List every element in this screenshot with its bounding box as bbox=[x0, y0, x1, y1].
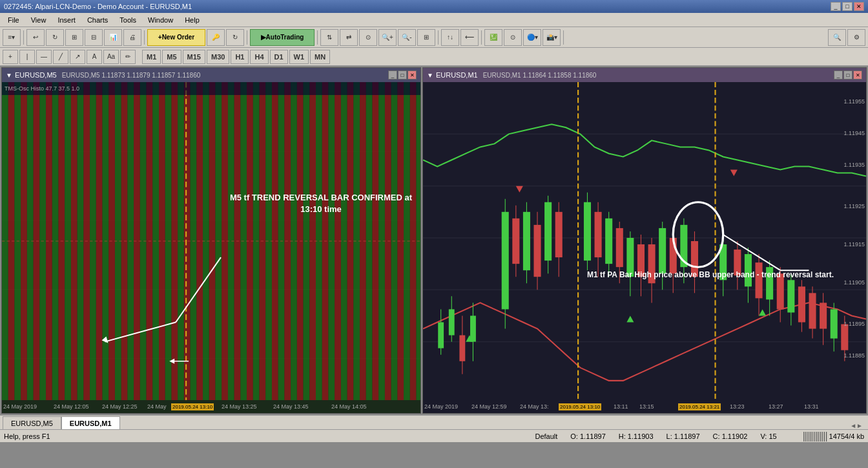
toolbar-btn-17[interactable]: ⊙ bbox=[504, 29, 522, 46]
toolbar-btn-15[interactable]: ⟵ bbox=[460, 29, 479, 46]
tf-d1[interactable]: D1 bbox=[270, 50, 288, 64]
tf-h1[interactable]: H1 bbox=[231, 50, 249, 64]
separator-3 bbox=[247, 30, 247, 45]
toolbar-btn-settings[interactable]: ⚙ bbox=[847, 29, 865, 46]
maximize-button[interactable]: □ bbox=[842, 2, 852, 11]
toolbar-btn-16[interactable]: 💹 bbox=[484, 29, 502, 46]
status-high: H: 1.11903 bbox=[619, 432, 654, 440]
tab-scroll: ◄► bbox=[847, 422, 865, 429]
menu-bar: File View Insert Charts Tools Window Hel… bbox=[0, 13, 868, 27]
price-m1-8: 1.11885 bbox=[843, 352, 865, 359]
menu-charts[interactable]: Charts bbox=[82, 15, 113, 25]
arrow-tool[interactable]: ↗ bbox=[70, 50, 85, 64]
svg-rect-88 bbox=[449, 309, 455, 335]
svg-rect-92 bbox=[470, 315, 476, 341]
toolbar-btn-13[interactable]: ⊞ bbox=[417, 29, 435, 46]
toolbar-btn-search[interactable]: 🔍 bbox=[828, 29, 846, 46]
svg-rect-138 bbox=[766, 267, 773, 299]
menu-insert[interactable]: Insert bbox=[52, 15, 81, 25]
chart-m1-maximize[interactable]: □ bbox=[843, 70, 852, 80]
svg-rect-111 bbox=[605, 218, 612, 264]
toolbar-btn-19[interactable]: 📸▾ bbox=[542, 29, 561, 46]
toolbar-btn-5[interactable]: ⊟ bbox=[85, 29, 103, 46]
chart-m5-indicator: TMS-Osc Histo 47.7 37.5 1.0 bbox=[2, 82, 420, 95]
crosshair-tool[interactable]: + bbox=[3, 50, 18, 64]
tf-m15[interactable]: M15 bbox=[183, 50, 205, 64]
chart-m5-body[interactable]: 1.11910 1.11860 1.11780 -- 00:35 /* bars… bbox=[2, 82, 420, 400]
toolbar-btn-10[interactable]: ⇅ bbox=[320, 29, 338, 46]
svg-rect-113 bbox=[616, 228, 623, 267]
svg-rect-109 bbox=[595, 212, 602, 257]
tf-m30[interactable]: M30 bbox=[207, 50, 229, 64]
chart-m5-close[interactable]: ✕ bbox=[408, 70, 417, 80]
svg-rect-150 bbox=[831, 309, 838, 338]
toolbar-btn-zoomin[interactable]: 🔍+ bbox=[378, 29, 397, 46]
chart-m1-timebar: 24 May 2019 24 May 12:59 24 May 13: 2019… bbox=[423, 400, 866, 413]
status-default: Default bbox=[535, 432, 557, 440]
status-close: C: 1.11902 bbox=[713, 432, 748, 440]
status-help: Help, press F1 bbox=[4, 432, 50, 440]
separator-6 bbox=[481, 30, 482, 45]
hline-tool[interactable]: — bbox=[36, 50, 52, 64]
chart-m1-close[interactable]: ✕ bbox=[853, 70, 862, 80]
toolbar-btn-18[interactable]: 🔵▾ bbox=[523, 29, 541, 46]
svg-rect-104 bbox=[555, 212, 563, 257]
menu-window[interactable]: Window bbox=[143, 15, 178, 25]
svg-rect-90 bbox=[459, 335, 465, 361]
drawing-toolbar: + | — ╱ ↗ A Aa ✏ M1 M5 M15 M30 H1 H4 D1 … bbox=[0, 48, 868, 66]
price-m1-7: 1.11895 bbox=[843, 321, 865, 327]
chart-m1-svg bbox=[423, 82, 866, 400]
toolbar-btn-11[interactable]: ⇄ bbox=[340, 29, 358, 46]
chart-m5-minimize[interactable]: _ bbox=[388, 70, 397, 80]
toolbar-btn-9[interactable]: ↻ bbox=[226, 29, 244, 46]
close-button[interactable]: ✕ bbox=[854, 2, 864, 11]
text-tool[interactable]: A bbox=[87, 50, 102, 64]
chart-m5-title: EURUSD,M5 bbox=[15, 71, 57, 79]
toolbar-btn-8[interactable]: 🔑 bbox=[207, 29, 225, 46]
toolbar-btn-14[interactable]: ↑↓ bbox=[441, 29, 459, 46]
title-text: 0272445: Alpari-LCN-Demo - Demo Account … bbox=[4, 3, 192, 10]
chart-m1-body[interactable]: 1.11955 1.11945 1.11935 1.11925 1.11915 … bbox=[423, 82, 866, 400]
menu-tools[interactable]: Tools bbox=[114, 15, 141, 25]
chart-m5-svg: /* bars rendered inline below */ bbox=[2, 82, 420, 400]
menu-view[interactable]: View bbox=[26, 15, 52, 25]
tf-h4[interactable]: H4 bbox=[250, 50, 268, 64]
line-tool[interactable]: | bbox=[19, 50, 35, 64]
price-m1-2: 1.11945 bbox=[843, 130, 865, 136]
tf-mn[interactable]: MN bbox=[310, 50, 330, 64]
trendline-tool[interactable]: ╱ bbox=[53, 50, 68, 64]
svg-rect-96 bbox=[512, 218, 519, 264]
toolbar-btn-12[interactable]: ⊙ bbox=[359, 29, 377, 46]
tab-eurusd-m1[interactable]: EURUSD,M1 bbox=[61, 416, 120, 429]
menu-help[interactable]: Help bbox=[180, 15, 205, 25]
tf-w1[interactable]: W1 bbox=[289, 50, 309, 64]
toolbar-btn-zoomout[interactable]: 🔍- bbox=[398, 29, 416, 46]
toolbar-btn-6[interactable]: 📊 bbox=[104, 29, 122, 46]
toolbar-btn-1[interactable]: ≡▾ bbox=[3, 29, 21, 46]
svg-rect-98 bbox=[523, 212, 530, 270]
new-order-button[interactable]: + New Order bbox=[147, 29, 205, 46]
menu-file[interactable]: File bbox=[3, 15, 25, 25]
toolbar-btn-2[interactable]: ↩ bbox=[26, 29, 45, 46]
minimize-button[interactable]: _ bbox=[831, 2, 841, 11]
price-m1-4: 1.11925 bbox=[843, 203, 865, 209]
chart-m5-highlight-time: 2019.05.24 13:10 bbox=[171, 403, 214, 410]
svg-rect-100 bbox=[534, 225, 541, 277]
price-m1-6: 1.11905 bbox=[843, 279, 865, 286]
tab-eurusd-m5[interactable]: EURUSD,M5 bbox=[3, 416, 61, 429]
label-tool[interactable]: Aa bbox=[103, 50, 119, 64]
toolbar-btn-4[interactable]: ⊞ bbox=[65, 29, 83, 46]
chart-m5-maximize[interactable]: □ bbox=[398, 70, 407, 80]
chart-m5-controls: _ □ ✕ bbox=[388, 70, 417, 80]
chart-m5-info: EURUSD,M5 1.11873 1.11879 1.11857 1.1186… bbox=[62, 72, 201, 79]
autotrading-button[interactable]: ▶ AutoTrading bbox=[250, 29, 315, 46]
tf-m5[interactable]: M5 bbox=[162, 50, 181, 64]
toolbar-btn-3[interactable]: ↻ bbox=[46, 29, 64, 46]
separator-7 bbox=[563, 30, 564, 45]
svg-rect-152 bbox=[841, 324, 848, 350]
chart-m1-info: EURUSD,M1 1.11864 1.11858 1.11860 bbox=[483, 72, 597, 79]
pencil-tool[interactable]: ✏ bbox=[120, 50, 136, 64]
chart-m1-minimize[interactable]: _ bbox=[834, 70, 843, 80]
tf-m1[interactable]: M1 bbox=[142, 50, 161, 64]
toolbar-btn-7[interactable]: 🖨 bbox=[123, 29, 141, 46]
